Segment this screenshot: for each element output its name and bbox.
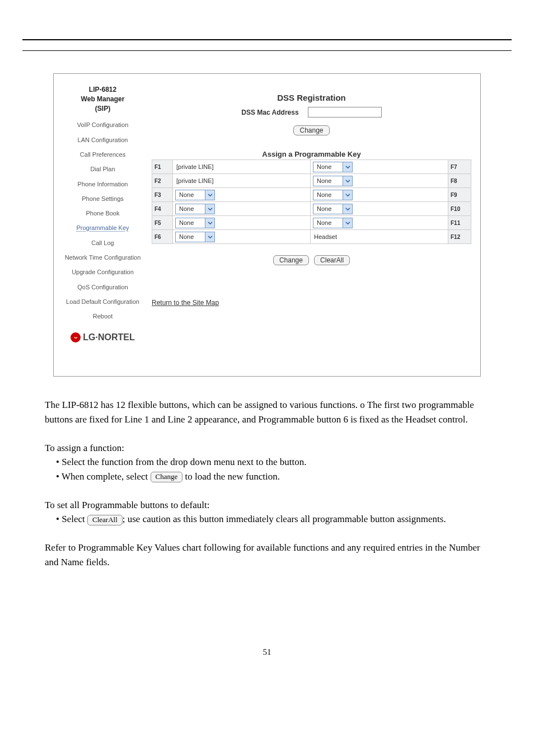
key-cell: None xyxy=(173,230,311,244)
lg-icon: ⌣ xyxy=(71,332,81,342)
chevron-down-icon xyxy=(343,204,352,214)
key-select[interactable]: None xyxy=(175,204,215,214)
key-select[interactable]: None xyxy=(175,232,215,242)
dss-registration-title: DSS Registration xyxy=(152,93,471,102)
sidebar-item-qos-configuration[interactable]: QoS Configuration xyxy=(54,283,152,291)
assign-key-title: Assign a Programmable Key xyxy=(152,150,471,158)
sidebar-item-call-log[interactable]: Call Log xyxy=(54,239,152,247)
key-cell: [private LINE] xyxy=(173,174,311,188)
return-sitemap-link[interactable]: Return to the Site Map xyxy=(152,299,471,307)
sidebar-item-phone-information[interactable]: Phone Information xyxy=(54,180,152,188)
sidebar-item-lan-configuration[interactable]: LAN Configuration xyxy=(54,136,152,144)
key-select[interactable]: None xyxy=(313,176,353,186)
key-label: F10 xyxy=(448,202,471,216)
sidebar-item-call-preferences[interactable]: Call Preferences xyxy=(54,151,152,158)
key-select[interactable]: None xyxy=(313,218,353,228)
programmable-key-table: F1[private LINE]NoneF7F2[private LINE]No… xyxy=(152,159,471,244)
key-select[interactable]: None xyxy=(313,162,353,172)
chevron-down-icon xyxy=(205,232,214,242)
change-button-2[interactable]: Change xyxy=(273,255,309,265)
chevron-down-icon xyxy=(205,190,214,200)
key-select[interactable]: None xyxy=(313,190,353,200)
sidebar-item-dial-plan[interactable]: Dial Plan xyxy=(54,165,152,173)
clearall-button[interactable]: ClearAll xyxy=(314,255,350,265)
chevron-down-icon xyxy=(205,204,214,214)
key-select[interactable]: None xyxy=(175,190,215,200)
sidebar-item-load-default-configuration[interactable]: Load Default Configuration xyxy=(54,298,152,306)
main-content: DSS Registration DSS Mac Address Change … xyxy=(152,74,480,376)
key-value: [private LINE] xyxy=(175,163,214,170)
screenshot-panel: LIP-6812 Web Manager (SIP) VoIP Configur… xyxy=(53,73,481,377)
dss-mac-label: DSS Mac Address xyxy=(241,109,298,116)
chevron-down-icon xyxy=(343,190,352,200)
key-label: F7 xyxy=(448,160,471,174)
key-label: F9 xyxy=(448,188,471,202)
key-cell: Headset xyxy=(311,230,448,244)
chevron-down-icon xyxy=(205,218,214,228)
chevron-down-icon xyxy=(343,176,352,186)
key-label: F4 xyxy=(152,202,173,216)
chevron-down-icon xyxy=(343,162,352,172)
key-cell: None xyxy=(311,202,448,216)
change-button-inline: Change xyxy=(151,472,183,482)
change-button[interactable]: Change xyxy=(293,125,329,135)
key-value: Headset xyxy=(313,233,337,240)
sidebar-item-voip-configuration[interactable]: VoIP Configuration xyxy=(54,121,152,129)
key-label: F8 xyxy=(448,174,471,188)
header-rule-1 xyxy=(22,39,512,40)
key-label: F6 xyxy=(152,230,173,244)
key-label: F11 xyxy=(448,216,471,230)
key-value: [private LINE] xyxy=(175,177,214,184)
chevron-down-icon xyxy=(343,218,352,228)
key-label: F5 xyxy=(152,216,173,230)
key-label: F12 xyxy=(448,230,471,244)
key-select[interactable]: None xyxy=(175,218,215,228)
key-cell: None xyxy=(173,188,311,202)
key-cell: None xyxy=(173,202,311,216)
key-cell: None xyxy=(311,188,448,202)
sidebar-item-network-time-configuration[interactable]: Network Time Configuration xyxy=(54,253,152,261)
clearall-button-inline: ClearAll xyxy=(87,515,123,525)
header-rule-2 xyxy=(22,50,512,51)
key-cell: None xyxy=(311,160,448,174)
sidebar-item-phone-settings[interactable]: Phone Settings xyxy=(54,195,152,203)
key-select[interactable]: None xyxy=(313,204,353,214)
page-number: 51 xyxy=(0,647,534,657)
sidebar-title: LIP-6812 Web Manager (SIP) xyxy=(54,85,152,113)
sidebar-item-reboot[interactable]: Reboot xyxy=(54,312,152,320)
key-cell: None xyxy=(311,216,448,230)
key-label: F2 xyxy=(152,174,173,188)
key-cell: None xyxy=(173,216,311,230)
sidebar-item-upgrade-configuration[interactable]: Upgrade Configuration xyxy=(54,268,152,276)
sidebar-item-phone-book[interactable]: Phone Book xyxy=(54,209,152,217)
instruction-text: The LIP-6812 has 12 flexible buttons, wh… xyxy=(45,398,489,569)
key-cell: [private LINE] xyxy=(173,160,311,174)
key-label: F1 xyxy=(152,160,173,174)
key-label: F3 xyxy=(152,188,173,202)
dss-mac-input[interactable] xyxy=(308,107,382,118)
sidebar: LIP-6812 Web Manager (SIP) VoIP Configur… xyxy=(54,74,152,376)
brand-logo: ⌣ LG·NORTEL xyxy=(54,332,152,344)
key-cell: None xyxy=(311,174,448,188)
sidebar-item-programmable-key[interactable]: Programmable Key xyxy=(54,224,152,232)
